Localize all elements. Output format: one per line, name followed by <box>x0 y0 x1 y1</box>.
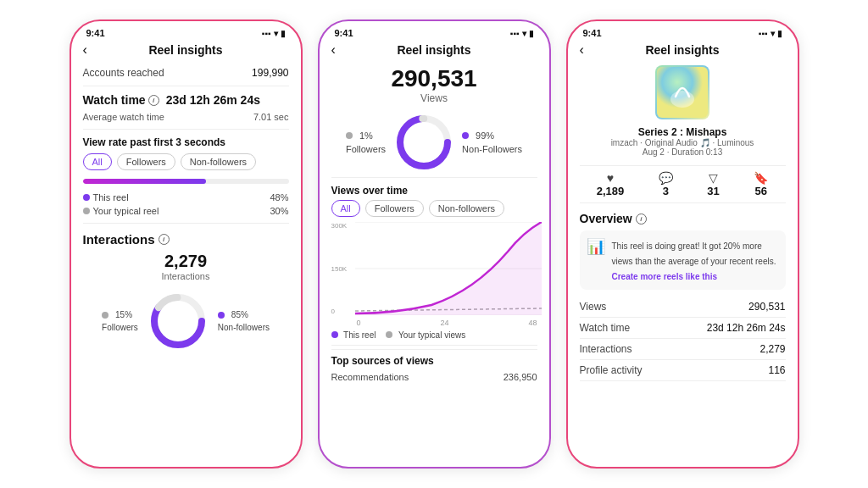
watch-time-info-icon[interactable]: i <box>148 95 159 106</box>
this-reel-dot <box>83 194 90 201</box>
y-label-150k: 150K <box>331 265 348 273</box>
phone-1: 9:41 ▪▪▪ ▾ ▮ ‹ Reel insights Accounts re… <box>70 19 303 469</box>
status-bar-2: 9:41 ▪▪▪ ▾ ▮ <box>320 21 549 40</box>
filter-tabs-1: All Followers Non-followers <box>83 153 289 170</box>
status-icons-3: ▪▪▪ ▾ ▮ <box>759 29 782 38</box>
followers-dot-2 <box>346 132 353 139</box>
wifi-icon-3: ▾ <box>771 29 775 38</box>
filter-tabs-2: All Followers Non-followers <box>331 200 537 217</box>
followers-label-2: Followers <box>346 144 386 154</box>
donut2-legend-right: 99% Non-Followers <box>462 130 522 154</box>
battery-icon-2: ▮ <box>529 29 534 38</box>
overview-watchtime-row: Watch time 23d 12h 26m 24s <box>580 318 786 339</box>
line-chart-svg <box>355 222 542 315</box>
recommendations-value: 236,950 <box>504 372 537 382</box>
top-bar-3: ‹ Reel insights <box>568 40 798 62</box>
typical-dot-2 <box>386 331 392 338</box>
status-time-1: 9:41 <box>86 28 105 38</box>
comment-icon: 💬 <box>659 171 673 185</box>
status-icons-1: ▪▪▪ ▾ ▮ <box>262 29 286 38</box>
accounts-reached-row: Accounts reached 199,990 <box>83 62 289 84</box>
overview-views-row: Views 290,531 <box>580 297 786 318</box>
progress-bar-1 <box>83 179 289 184</box>
tip-text: This reel is doing great! It got 20% mor… <box>612 241 776 266</box>
ov-views-label: Views <box>580 301 607 313</box>
tip-cta[interactable]: Create more reels like this <box>612 272 718 281</box>
followers-legend-1: 15% <box>102 310 138 319</box>
ov-views-value: 290,531 <box>748 301 785 313</box>
x-label-0: 0 <box>357 319 361 327</box>
donut-svg-2 <box>394 113 453 172</box>
watch-time-label: Watch time i <box>83 93 159 107</box>
top-sources-label: Top sources of views <box>331 349 537 367</box>
overview-interactions-row: Interactions 2,279 <box>580 339 786 360</box>
filter-tab-all-2[interactable]: All <box>331 200 360 217</box>
nonfollowers-pct-1: 85% <box>231 310 248 319</box>
nonfollowers-dot-1 <box>218 312 225 319</box>
overview-info-icon[interactable]: i <box>636 214 647 225</box>
interactions-count: 2,279 <box>83 252 289 271</box>
ov-interactions-value: 2,279 <box>760 343 785 355</box>
followers-pct-1: 15% <box>115 310 132 319</box>
typical-reel-dot <box>83 208 90 214</box>
view-rate-label: View rate past first 3 seconds <box>83 136 289 148</box>
top-bar-2: ‹ Reel insights <box>320 40 549 62</box>
y-label-300k: 300K <box>331 222 348 230</box>
back-button-1[interactable]: ‹ <box>83 42 87 58</box>
page-title-3: Reel insights <box>645 43 719 57</box>
back-button-3[interactable]: ‹ <box>580 42 584 58</box>
watch-time-value: 23d 12h 26m 24s <box>166 93 260 107</box>
followers-dot-1 <box>102 312 108 319</box>
x-label-24: 24 <box>440 319 448 327</box>
wifi-icon-2: ▾ <box>522 29 526 38</box>
avg-watch-label: Average watch time <box>83 112 164 122</box>
bookmark-icon: 🔖 <box>754 171 768 185</box>
thumbnail-svg <box>657 67 708 118</box>
likes-count: 2,189 <box>597 185 625 197</box>
filter-tab-nonfollowers-2[interactable]: Non-followers <box>429 200 504 217</box>
ov-interactions-label: Interactions <box>580 343 632 355</box>
this-reel-dot-2 <box>331 331 338 338</box>
signal-icon: ▪▪▪ <box>262 29 271 38</box>
filter-tab-all-1[interactable]: All <box>83 153 112 170</box>
chart-container: 300K 150K 0 <box>331 222 537 315</box>
filter-tab-followers-1[interactable]: Followers <box>117 153 175 170</box>
status-time-2: 9:41 <box>335 28 353 38</box>
tip-icon: 📊 <box>587 237 605 256</box>
reel-series: Series 2 : Mishaps <box>580 126 786 138</box>
back-button-2[interactable]: ‹ <box>331 42 336 58</box>
battery-icon-3: ▮ <box>777 29 782 38</box>
battery-icon: ▮ <box>281 29 286 38</box>
donut-chart-2 <box>394 113 453 172</box>
views-label: Views <box>331 92 537 104</box>
signal-icon-3: ▪▪▪ <box>759 29 768 38</box>
interactions-info-icon[interactable]: i <box>159 234 170 245</box>
svg-point-11 <box>670 91 694 108</box>
comments-stat: 💬 3 <box>659 171 673 197</box>
heart-icon: ♥ <box>597 171 625 185</box>
phone-3: 9:41 ▪▪▪ ▾ ▮ ‹ Reel insights <box>566 19 799 469</box>
phone-2: 9:41 ▪▪▪ ▾ ▮ ‹ Reel insights 290,531 Vie… <box>318 19 551 469</box>
interactions-section-title: Interactions i <box>83 232 289 247</box>
filter-tab-followers-2[interactable]: Followers <box>365 200 424 217</box>
reel-stats-row: ♥ 2,189 💬 3 ▽ 31 🔖 56 <box>580 165 786 203</box>
recommendations-row: Recommendations 236,950 <box>331 370 537 384</box>
bookmark-count: 56 <box>754 185 768 197</box>
nonfollowers-label-text-1: Non-followers <box>218 323 270 332</box>
top-bar-1: ‹ Reel insights <box>71 40 301 62</box>
reel-meta: imzach · Original Audio 🎵 · Luminous <box>580 138 786 147</box>
chart-legend: This reel Your typical views <box>331 330 537 340</box>
typical-reel-pct: 30% <box>270 206 288 216</box>
this-reel-legend: This reel <box>331 330 376 340</box>
page-title-1: Reel insights <box>148 43 222 57</box>
progress-bar-fill-1 <box>83 179 207 184</box>
watch-time-block: Watch time i 23d 12h 26m 24s <box>83 93 289 107</box>
filter-tab-nonfollowers-1[interactable]: Non-followers <box>181 153 256 170</box>
chart-y-axis: 300K 150K 0 <box>331 222 351 315</box>
reel-info: Series 2 : Mishaps imzach · Original Aud… <box>580 126 786 157</box>
followers-label-item-1: Followers <box>102 323 138 332</box>
status-icons-2: ▪▪▪ ▾ ▮ <box>510 29 534 38</box>
filter-icon: ▽ <box>707 171 719 185</box>
donut-section-1: 15% Followers 85% <box>83 291 289 351</box>
big-stat-block: 290,531 Views <box>331 65 537 104</box>
